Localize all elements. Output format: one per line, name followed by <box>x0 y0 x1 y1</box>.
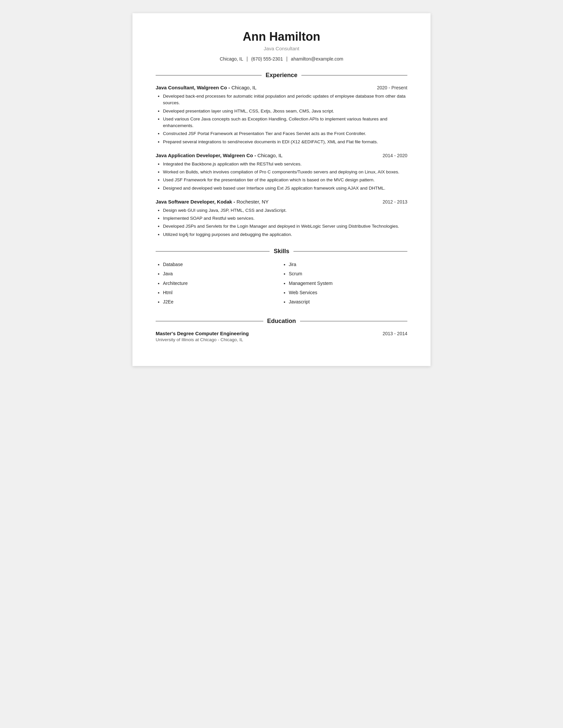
job-header-3: Java Software Developer, Kodak - Rochest… <box>156 199 407 205</box>
bullet-item: Developed presentation layer using HTML,… <box>163 108 407 114</box>
bullet-item: Design web GUI using Java, JSP, HTML, CS… <box>163 207 407 214</box>
skill-item: Management System <box>289 280 407 287</box>
education-section-header: Education <box>156 318 407 325</box>
skill-item: Java <box>163 270 282 277</box>
job-bullets-3: Design web GUI using Java, JSP, HTML, CS… <box>156 207 407 238</box>
job-dates-1: 2020 - Present <box>377 85 407 90</box>
job-entry-3: Java Software Developer, Kodak - Rochest… <box>156 199 407 238</box>
education-header-1: Master's Degree Computer Engineering 201… <box>156 331 407 336</box>
job-dates-2: 2014 - 2020 <box>383 153 407 158</box>
bullet-item: Designed and developed web based user In… <box>163 185 407 192</box>
bullet-item: Developed JSPs and Servlets for the Logi… <box>163 223 407 230</box>
skill-item: Architecture <box>163 280 282 287</box>
job-location-2: Chicago, IL <box>257 153 283 158</box>
skill-item: Html <box>163 289 282 296</box>
education-school-1: University of Illinois at Chicago - Chic… <box>156 337 407 342</box>
bullet-item: Integrated the Backbone.js application w… <box>163 161 407 167</box>
education-line-right <box>300 321 408 321</box>
resume-document: Ann Hamilton Java Consultant Chicago, IL… <box>132 13 431 366</box>
job-bullets-1: Developed back-end processes for automat… <box>156 93 407 145</box>
separator-1: | <box>246 56 248 62</box>
skill-item: Database <box>163 261 282 268</box>
contact-location: Chicago, IL <box>219 56 243 62</box>
skill-item: Web Services <box>289 289 407 296</box>
education-section-title: Education <box>267 318 296 325</box>
bullet-item: Constructed JSF Portal Framework at Pres… <box>163 130 407 137</box>
experience-line-right <box>302 75 407 75</box>
job-bullets-2: Integrated the Backbone.js application w… <box>156 161 407 192</box>
skill-item: Jira <box>289 261 407 268</box>
experience-section-title: Experience <box>265 72 298 79</box>
job-title-company-2: Java Application Developer, Walgreen Co … <box>156 153 283 158</box>
skills-line-left <box>156 251 269 251</box>
bullet-item: Utilized log4j for logging purposes and … <box>163 231 407 238</box>
job-dates-3: 2012 - 2013 <box>383 199 407 205</box>
job-header-1: Java Consultant, Walgreen Co - Chicago, … <box>156 85 407 90</box>
experience-section: Experience Java Consultant, Walgreen Co … <box>156 72 407 238</box>
job-title-2: Java Application Developer, Walgreen Co … <box>156 153 257 158</box>
job-entry-2: Java Application Developer, Walgreen Co … <box>156 153 407 192</box>
education-line-left <box>156 321 263 321</box>
skill-item: Scrum <box>289 270 407 277</box>
job-location-1: Chicago, IL <box>231 85 257 90</box>
education-section: Education Master's Degree Computer Engin… <box>156 318 407 342</box>
skill-item: Javascript <box>289 298 407 305</box>
bullet-item: Used JSF Framework for the presentation … <box>163 177 407 183</box>
skills-grid: Database Java Architecture Html J2Ee Jir… <box>156 261 407 308</box>
bullet-item: Worked on Builds, which involves compila… <box>163 169 407 175</box>
bullet-item: Developed back-end processes for automat… <box>163 93 407 107</box>
contact-phone: (670) 555-2301 <box>251 56 283 62</box>
job-title-3: Java Software Developer, Kodak - <box>156 199 236 205</box>
skills-right-col: Jira Scrum Management System Web Service… <box>282 261 407 308</box>
skills-left-col: Database Java Architecture Html J2Ee <box>156 261 282 308</box>
candidate-name: Ann Hamilton <box>156 30 407 44</box>
contact-email: ahamilton@example.com <box>291 56 343 62</box>
bullet-item: Prepared several integrations to send/re… <box>163 139 407 145</box>
separator-2: | <box>286 56 288 62</box>
skills-line-right <box>294 251 407 251</box>
experience-section-header: Experience <box>156 72 407 79</box>
bullet-item: Used various Core Java concepts such as … <box>163 116 407 129</box>
skills-section: Skills Database Java Architecture Html J… <box>156 248 407 308</box>
job-header-2: Java Application Developer, Walgreen Co … <box>156 153 407 158</box>
education-dates-1: 2013 - 2014 <box>383 331 407 336</box>
education-entry-1: Master's Degree Computer Engineering 201… <box>156 331 407 342</box>
job-title-1: Java Consultant, Walgreen Co - <box>156 85 231 90</box>
resume-header: Ann Hamilton Java Consultant Chicago, IL… <box>156 30 407 62</box>
job-location-3: Rochester, NY <box>236 199 268 205</box>
bullet-item: Implemented SOAP and Restful web service… <box>163 215 407 222</box>
job-title-company-3: Java Software Developer, Kodak - Rochest… <box>156 199 268 205</box>
job-title-company-1: Java Consultant, Walgreen Co - Chicago, … <box>156 85 257 90</box>
skill-item: J2Ee <box>163 298 282 305</box>
candidate-title: Java Consultant <box>156 46 407 51</box>
contact-info: Chicago, IL | (670) 555-2301 | ahamilton… <box>156 56 407 62</box>
experience-line-left <box>156 75 261 75</box>
job-entry-1: Java Consultant, Walgreen Co - Chicago, … <box>156 85 407 145</box>
skills-section-title: Skills <box>273 248 289 255</box>
skills-section-header: Skills <box>156 248 407 255</box>
education-degree-1: Master's Degree Computer Engineering <box>156 331 249 336</box>
